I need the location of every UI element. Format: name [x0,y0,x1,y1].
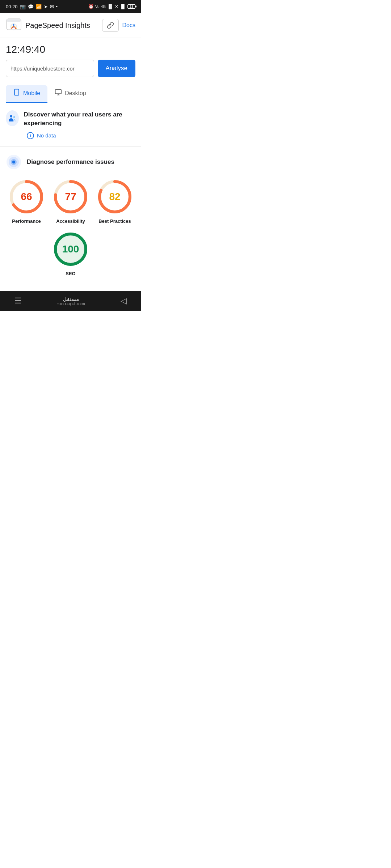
hamburger-icon[interactable]: ☰ [14,296,22,306]
discover-title: Discover what your real users are experi… [24,110,135,128]
status-time: 00:20 📷 💬 📶 ➤ ✉ • [6,4,58,9]
tab-switcher: Mobile Desktop [0,83,141,103]
discover-section: Discover what your real users are experi… [0,103,141,147]
desktop-icon [55,89,62,98]
status-icons: ⏰ Vo 4G ▐▌ ✕ ▐▌ 23 [88,4,135,9]
docs-link[interactable]: Docs [122,22,135,29]
divider [6,280,135,280]
seo-label: SEO [66,271,75,276]
bottom-nav: ☰ مستقل mostaqal.com ◁ [0,291,141,311]
seo-circle: 100 [52,231,89,267]
tab-desktop[interactable]: Desktop [47,85,93,103]
app-title: PageSpeed Insights [25,21,102,30]
tab-desktop-label: Desktop [65,90,86,97]
timestamp: 12:49:40 [0,38,141,60]
diagnose-section: Diagnose performance issues 66 Performan… [0,147,141,284]
svg-point-15 [12,161,15,163]
svg-rect-7 [55,90,62,94]
score-seo[interactable]: 100 SEO [50,231,91,276]
performance-circle: 66 [8,179,45,215]
best-practices-circle: 82 [97,179,133,215]
people-icon [6,110,19,126]
svg-point-11 [13,116,15,118]
score-best-practices[interactable]: 82 Best Practices [94,179,135,224]
mostaqal-logo[interactable]: مستقل mostaqal.com [56,297,85,306]
accessibility-label: Accessibility [56,218,85,224]
no-data-row[interactable]: i No data [6,132,135,139]
link-button[interactable] [102,19,119,32]
diagnose-title: Diagnose performance issues [27,158,114,166]
svg-rect-5 [14,89,19,95]
diagnose-icon [6,154,22,170]
logo-sub: mostaqal.com [56,302,85,306]
performance-label: Performance [12,218,41,224]
back-icon[interactable]: ◁ [121,296,127,306]
seo-value: 100 [62,243,79,255]
performance-value: 66 [21,191,32,203]
app-bar: PageSpeed Insights Docs [0,13,141,38]
score-performance[interactable]: 66 Performance [6,179,47,224]
diagnose-header: Diagnose performance issues [6,154,135,170]
scores-grid: 66 Performance 77 Accessibility [6,179,135,231]
score-accessibility[interactable]: 77 Accessibility [50,179,91,224]
logo-text: مستقل [63,297,79,302]
accessibility-value: 77 [65,191,76,203]
accessibility-circle: 77 [52,179,89,215]
mobile-icon [13,89,20,98]
tab-mobile-label: Mobile [23,90,40,97]
info-icon: i [27,132,34,139]
status-bar: 00:20 📷 💬 📶 ➤ ✉ • ⏰ Vo 4G ▐▌ ✕ ▐▌ 23 [0,0,141,13]
svg-rect-2 [7,19,21,22]
main-content: 12:49:40 Analyse Mobile Desk [0,38,141,291]
no-data-label: No data [37,132,56,139]
best-practices-value: 82 [109,191,120,203]
discover-header: Discover what your real users are experi… [6,110,135,128]
url-input[interactable] [6,60,94,77]
best-practices-label: Best Practices [98,218,131,224]
tab-mobile[interactable]: Mobile [6,85,47,103]
seo-row: 100 SEO [6,231,135,276]
url-row: Analyse [0,60,141,83]
svg-point-10 [10,115,12,118]
battery-icon: 23 [127,4,135,9]
app-logo [6,17,22,33]
analyse-button[interactable]: Analyse [98,60,135,77]
